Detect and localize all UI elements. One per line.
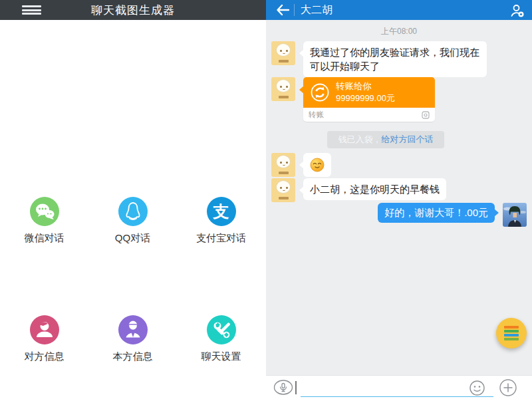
transfer-card-footer: 转账 [303,108,435,122]
message-bubble[interactable]: 我通过了你的朋友验证请求，我们现在可以开始聊天了 [303,41,487,77]
message-row: 我通过了你的朋友验证请求，我们现在可以开始聊天了 [271,41,487,77]
transfer-card-top: 转账给你 99999999.00元 [303,77,435,108]
menu-label: 本方信息 [113,350,153,363]
chat-input-bar [266,375,532,399]
sender-avatar[interactable] [271,153,295,177]
menu-item-chat-settings[interactable]: 聊天设置 [177,315,265,363]
message-row: 转账给你 99999999.00元 转账 [271,77,435,122]
back-arrow-icon[interactable] [274,2,291,18]
menu-item-wechat-chat[interactable]: 微信对话 [0,197,88,245]
menu-item-qq-chat[interactable]: QQ对话 [88,197,177,245]
menu-label: 聊天设置 [201,350,241,363]
wallet-icon [422,111,430,119]
transfer-reply-button[interactable]: 钱已入袋，给对方回个话 [327,131,444,148]
generator-pane: 聊天截图生成器 微信对话 [0,0,266,399]
app-screen: 聊天截图生成器 微信对话 [0,0,532,399]
hamburger-menu-icon[interactable] [22,5,41,15]
reply-link-text: 给对方回个话 [382,134,434,144]
transfer-amount: 99999999.00元 [336,93,395,104]
chat-header: 大二胡 [266,0,532,20]
chat-pane: 大二胡 上午08:00 我通过了你的朋友验证请求，我们现在可以开始聊天了 [266,0,532,399]
menu-label: 微信对话 [25,232,65,245]
compose-fab[interactable] [496,318,527,348]
menu-item-self-info[interactable]: 本方信息 [88,315,177,363]
message-input[interactable] [301,378,493,397]
header-divider [294,4,295,16]
message-row: 小二胡，这是你明天的早餐钱 [271,178,446,202]
alipay-glyph: 支 [213,203,229,219]
emoji-message-bubble[interactable] [303,153,331,177]
menu-row-chats: 微信对话 QQ对话 支 支付宝对话 [0,197,266,245]
add-attachment-icon[interactable] [499,378,517,397]
contact-profile-icon[interactable] [509,3,525,19]
self-person-icon [118,315,148,344]
sender-avatar[interactable] [271,178,295,202]
chat-timestamp: 上午08:00 [266,26,532,37]
menu-item-alipay-chat[interactable]: 支 支付宝对话 [177,197,265,245]
emoji-picker-icon[interactable] [469,380,485,396]
message-bubble[interactable]: 小二胡，这是你明天的早餐钱 [303,178,446,200]
alipay-icon: 支 [207,197,236,226]
self-avatar[interactable] [503,203,527,227]
text-cursor [295,381,297,394]
message-row-self: 好的，谢谢大哥！.00元 [378,203,527,227]
self-message-bubble[interactable]: 好的，谢谢大哥！.00元 [378,203,495,223]
transfer-card[interactable]: 转账给你 99999999.00元 转账 [303,77,435,122]
wechat-icon [30,197,59,226]
qq-icon [118,197,148,226]
menu-label: 对方信息 [25,350,65,363]
chat-settings-icon [207,315,236,344]
transfer-title: 转账给你 [336,81,395,92]
smiling-emoji [310,158,325,172]
voice-input-icon[interactable] [273,380,293,395]
chat-title: 大二胡 [301,3,332,17]
menu-label: 支付宝对话 [196,232,246,245]
menu-item-other-info[interactable]: 对方信息 [0,315,88,363]
transfer-received-text: 钱已入袋， [338,134,382,144]
menu-row-settings: 对方信息 本方信息 [0,315,266,363]
transfer-footer-label: 转账 [309,110,324,120]
transfer-icon [310,82,330,102]
sender-avatar[interactable] [271,77,295,101]
sender-avatar[interactable] [271,41,295,65]
message-row [271,153,331,177]
menu-label: QQ对话 [115,232,150,245]
generator-header: 聊天截图生成器 [0,0,266,20]
other-person-icon [30,315,59,344]
